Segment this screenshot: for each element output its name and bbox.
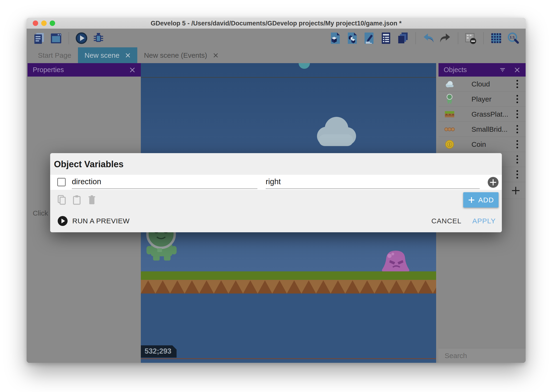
tab-new-scene[interactable]: New scene: [78, 47, 137, 63]
dialog-title: Object Variables: [54, 159, 124, 169]
filter-icon[interactable]: [499, 67, 506, 73]
delete-icon[interactable]: [86, 194, 97, 205]
slime-enemy-instance[interactable]: [381, 249, 410, 273]
main-toolbar: 1:1: [27, 29, 526, 47]
object-menu-icon[interactable]: [517, 110, 518, 118]
search-input[interactable]: [445, 352, 526, 360]
tab-new-scene-events[interactable]: New scene (Events): [137, 47, 225, 63]
close-panel-icon[interactable]: [129, 67, 136, 73]
object-label: Coin: [471, 140, 486, 148]
project-manager-icon[interactable]: [32, 31, 46, 45]
grass-platform-instance[interactable]: [141, 271, 436, 294]
tab-bar: Start Page New scene New scene (Events): [27, 47, 526, 63]
player-instance[interactable]: [143, 229, 180, 262]
variable-value-input[interactable]: [266, 175, 480, 189]
object-menu-icon[interactable]: [517, 170, 518, 179]
play-preview-icon[interactable]: [75, 31, 88, 45]
mask-icon[interactable]: [464, 31, 478, 45]
object-menu-icon[interactable]: [517, 80, 518, 88]
toolbar-separator: [69, 32, 69, 44]
object-label: SmallBrid...: [471, 125, 508, 133]
scene-boundary-line: [141, 77, 436, 78]
dialog-header: Object Variables: [50, 153, 502, 175]
coin-object-icon: [444, 139, 455, 150]
objects-panel-header: Objects: [439, 63, 526, 77]
tab-close-icon[interactable]: [213, 53, 219, 58]
preview-window-icon[interactable]: [49, 31, 63, 45]
tab-close-icon[interactable]: [125, 53, 131, 58]
variable-name-input[interactable]: [72, 175, 257, 189]
cursor-coordinates-badge: 532;293: [141, 345, 177, 358]
object-row-cloud[interactable]: Cloud: [439, 77, 526, 92]
cancel-button[interactable]: CANCEL: [431, 217, 462, 225]
variable-row: [50, 175, 502, 190]
toolbar-separator: [415, 32, 416, 44]
player-object-icon: [444, 94, 455, 105]
instances-list-icon[interactable]: [379, 31, 393, 45]
paste-icon[interactable]: [71, 194, 82, 205]
object-row-coin[interactable]: Coin: [439, 137, 526, 152]
object-label: GrassPlat...: [471, 110, 508, 118]
toolbar-separator: [458, 32, 458, 44]
object-groups-icon[interactable]: [345, 31, 359, 45]
cloud-object-icon: [444, 79, 455, 90]
objects-panel-title: Objects: [444, 66, 467, 74]
properties-panel-title: Properties: [33, 66, 64, 74]
object-menu-icon[interactable]: [517, 155, 518, 163]
tab-label: New scene (Events): [144, 51, 207, 59]
copy-icon[interactable]: [56, 194, 67, 205]
small-bridge-object-icon: [444, 124, 455, 135]
play-circle-icon: [57, 216, 68, 226]
undo-icon[interactable]: [421, 31, 435, 45]
object-row-player[interactable]: Player: [439, 92, 526, 107]
object-label: Cloud: [471, 80, 490, 88]
add-object-plus-icon[interactable]: [511, 186, 520, 195]
variables-toolbar: [50, 190, 502, 210]
object-label: Player: [471, 95, 491, 103]
properties-panel-header: Properties: [28, 63, 141, 77]
run-preview-label: RUN A PREVIEW: [72, 217, 130, 225]
plus-icon: [468, 196, 475, 203]
toolbar-separator: [483, 32, 484, 44]
add-child-variable-icon[interactable]: [488, 177, 498, 188]
titlebar: GDevelop 5 - /Users/david/Documents/GDev…: [27, 18, 526, 29]
scene-bottom-line: [141, 358, 436, 359]
dirt-zigzag: [141, 280, 436, 294]
tab-start-page[interactable]: Start Page: [31, 47, 78, 63]
object-menu-icon[interactable]: [517, 95, 518, 103]
variable-checkbox[interactable]: [57, 178, 66, 186]
object-row-grassplatform[interactable]: GrassPlat...: [439, 107, 526, 122]
object-row-smallbridge[interactable]: SmallBrid...: [439, 122, 526, 137]
debug-icon[interactable]: [92, 31, 105, 45]
objects-search-bar: [439, 348, 526, 363]
grass-platform-object-icon: [444, 109, 455, 120]
object-variables-dialog: Object Variables ADD RUN A PREVIEW CANCE…: [50, 153, 502, 232]
add-button-label: ADD: [478, 196, 494, 204]
tab-label: New scene: [84, 51, 119, 59]
dialog-actions: RUN A PREVIEW CANCEL APPLY: [50, 210, 502, 232]
grid-icon[interactable]: [489, 31, 503, 45]
object-menu-icon[interactable]: [517, 140, 518, 148]
add-variable-button[interactable]: ADD: [463, 192, 498, 208]
object-menu-icon[interactable]: [517, 125, 518, 133]
run-preview-button[interactable]: RUN A PREVIEW: [57, 216, 130, 226]
close-panel-icon[interactable]: [514, 67, 520, 73]
zoom-1-1-icon[interactable]: 1:1: [506, 31, 520, 45]
layers-icon[interactable]: [396, 31, 410, 45]
cloud-instance[interactable]: [312, 113, 359, 149]
zoom-ratio-label: 1:1: [508, 35, 516, 39]
apply-button[interactable]: APPLY: [472, 217, 496, 225]
grass-strip: [141, 271, 436, 280]
window-title: GDevelop 5 - /Users/david/Documents/GDev…: [27, 18, 526, 29]
tab-label: Start Page: [38, 51, 71, 59]
redo-icon[interactable]: [439, 31, 452, 45]
objects-editor-icon[interactable]: [328, 31, 342, 45]
scene-properties-icon[interactable]: [362, 31, 376, 45]
